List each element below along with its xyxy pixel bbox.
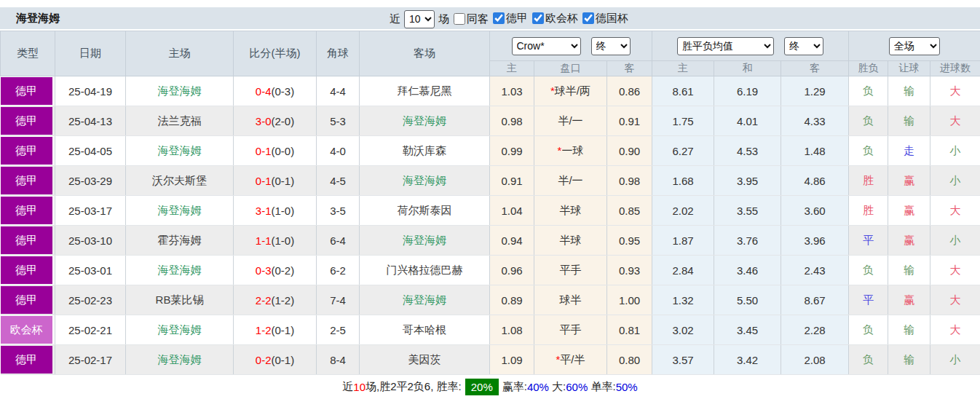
odds-away-cell: 0.85 (607, 196, 652, 226)
col-header-score: 比分(半场) (234, 31, 317, 76)
result-handicap-cell: 赢 (888, 196, 930, 226)
home-team-link[interactable]: 海登海姆 (158, 323, 202, 336)
league-cell: 德甲 (1, 136, 55, 166)
odds-select-group: Crow* 终 (490, 31, 652, 61)
home-team-cell: 海登海姆 (126, 196, 234, 226)
handicap-text: 半球 (560, 234, 582, 246)
away-team-link[interactable]: 拜仁慕尼黑 (398, 84, 452, 97)
near-count-select[interactable]: 10 (404, 10, 435, 28)
match-row: 德甲 25-04-05 海登海姆 0-1(0-0) 4-0 勒沃库森 0.99 … (1, 136, 980, 166)
sub-header-result-wdl: 胜负 (849, 61, 888, 76)
handicap-text: 一球 (561, 144, 583, 157)
away-team-link[interactable]: 荷尔斯泰因 (398, 204, 452, 216)
league-badge: 德甲 (1, 197, 53, 224)
league-checkbox-德国杯[interactable] (582, 12, 594, 24)
result-goals-cell: 小 (930, 136, 980, 166)
league-cell: 德甲 (1, 196, 55, 226)
date-cell: 25-04-05 (55, 136, 126, 166)
corners-cell: 4-5 (317, 166, 360, 196)
away-team-link[interactable]: 海登海姆 (403, 114, 446, 127)
handicap-text: 平手 (560, 323, 582, 336)
league-checkbox-德甲[interactable] (493, 12, 505, 24)
away-team-cell: 海登海姆 (360, 106, 490, 136)
same-opponent-checkbox[interactable] (454, 13, 465, 25)
avg-draw-cell: 4.53 (714, 136, 781, 166)
result-wdl-cell: 负 (849, 106, 888, 136)
avg-away-cell: 1.29 (781, 76, 849, 106)
date-cell: 25-02-21 (55, 315, 126, 345)
odds-final-select[interactable]: 终 (591, 37, 631, 55)
away-team-cell: 美因茨 (360, 345, 490, 375)
league-checkbox-欧会杯[interactable] (532, 12, 544, 24)
away-team-link[interactable]: 美因茨 (408, 353, 441, 366)
league-checkbox-label: 德甲 (506, 12, 528, 25)
league-badge: 德甲 (1, 107, 53, 135)
home-team-link[interactable]: 法兰克福 (158, 114, 202, 127)
odds-source-select[interactable]: Crow* (512, 37, 581, 55)
scope-select[interactable]: 全场 (889, 37, 940, 55)
full-score: 0-2 (256, 354, 272, 366)
match-row: 德甲 25-02-17 海登海姆 0-2(0-1) 8-4 美因茨 1.09 *… (1, 345, 980, 375)
full-score: 0-1 (256, 145, 272, 157)
full-score: 0-3 (256, 264, 272, 277)
col-header-home: 主场 (126, 31, 234, 76)
home-team-link[interactable]: RB莱比锡 (156, 293, 204, 306)
league-badge: 德甲 (1, 137, 53, 165)
result-handicap-cell: 输 (888, 256, 930, 285)
away-team-cell: 海登海姆 (360, 226, 490, 256)
away-team-link[interactable]: 哥本哈根 (403, 323, 446, 336)
score-cell: 1-2(0-1) (234, 315, 317, 345)
avg-away-cell: 1.48 (781, 136, 849, 166)
avg-final-select[interactable]: 终 (784, 37, 823, 55)
handicap-cell: 半球 (534, 196, 607, 226)
league-cell: 德甲 (1, 256, 55, 285)
odds-home-cell: 0.99 (490, 136, 534, 166)
page-title: 海登海姆 (0, 12, 60, 25)
result-wdl-cell: 平 (849, 285, 888, 315)
away-team-link[interactable]: 海登海姆 (403, 234, 446, 246)
score-cell: 0-3(0-2) (234, 256, 317, 285)
half-score: (2-0) (272, 115, 295, 127)
handicap-cell: 半/一 (534, 106, 607, 136)
handicap-text: 半球 (560, 204, 582, 216)
home-team-link[interactable]: 沃尔夫斯堡 (152, 174, 207, 186)
avg-home-cell: 1.87 (652, 226, 714, 256)
home-team-cell: 法兰克福 (126, 106, 234, 136)
away-team-link[interactable]: 勒沃库森 (403, 144, 446, 157)
away-team-link[interactable]: 门兴格拉德巴赫 (387, 264, 463, 276)
near-label: 近 (390, 12, 400, 26)
league-badge: 德甲 (1, 77, 53, 105)
avg-draw-cell: 3.76 (714, 226, 781, 256)
home-team-link[interactable]: 海登海姆 (158, 84, 202, 97)
footer-segment: 大: (549, 380, 566, 394)
league-badge: 德甲 (1, 256, 53, 284)
home-team-link[interactable]: 海登海姆 (158, 353, 202, 366)
odds-away-cell: 0.81 (607, 315, 652, 345)
avg-home-cell: 1.75 (652, 106, 714, 136)
away-team-link[interactable]: 海登海姆 (403, 174, 446, 186)
corners-cell: 4-4 (317, 76, 360, 106)
avg-type-select[interactable]: 胜平负均值 (677, 37, 774, 55)
result-handicap-cell: 走 (888, 136, 930, 166)
result-handicap-cell: 赢 (888, 166, 930, 196)
match-row: 德甲 25-03-29 沃尔夫斯堡 0-1(0-1) 4-5 海登海姆 0.91… (1, 166, 980, 196)
odds-away-cell: 0.80 (607, 345, 652, 375)
half-score: (1-0) (272, 205, 295, 217)
match-row: 欧会杯 25-02-21 海登海姆 1-2(0-1) 2-5 哥本哈根 1.08… (1, 315, 980, 345)
match-row: 德甲 25-02-23 RB莱比锡 2-2(1-2) 7-4 海登海姆 0.89… (1, 285, 980, 315)
footer-segment: 单率: (588, 380, 615, 394)
home-team-link[interactable]: 霍芬海姆 (158, 234, 202, 246)
date-cell: 25-02-17 (55, 345, 126, 375)
home-team-link[interactable]: 海登海姆 (158, 144, 202, 157)
match-row: 德甲 25-03-10 霍芬海姆 1-1(1-0) 6-4 海登海姆 0.94 … (1, 226, 980, 256)
odds-home-cell: 1.09 (490, 345, 534, 375)
result-handicap-cell: 赢 (888, 226, 930, 256)
away-team-cell: 海登海姆 (360, 166, 490, 196)
sub-header-avg-away: 客 (781, 61, 849, 76)
footer-segment: 60% (566, 381, 588, 393)
home-team-link[interactable]: 海登海姆 (158, 204, 202, 216)
date-cell: 25-04-19 (55, 76, 126, 106)
away-team-link[interactable]: 海登海姆 (403, 293, 446, 306)
home-team-link[interactable]: 海登海姆 (158, 264, 202, 276)
half-score: (0-0) (272, 145, 295, 157)
